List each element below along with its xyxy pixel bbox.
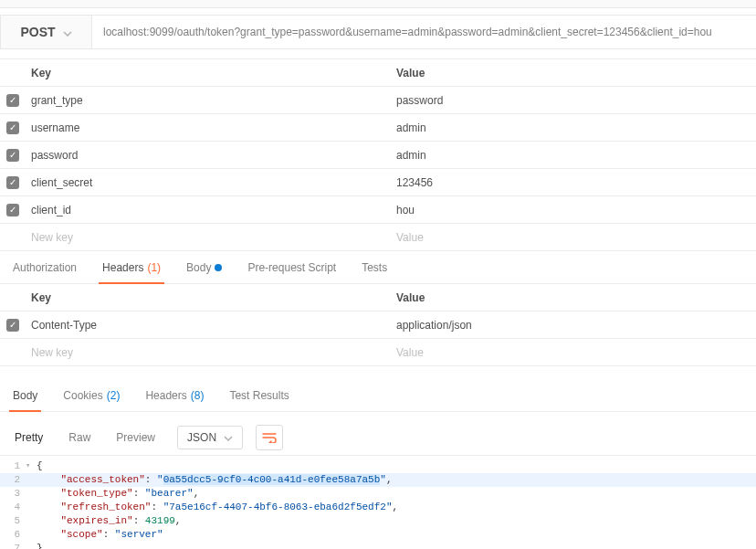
param-value[interactable]: 123456 xyxy=(391,176,756,189)
header-value[interactable]: application/json xyxy=(391,319,756,332)
headers-count: (1) xyxy=(147,261,161,274)
code-text: "token_type": "bearer", xyxy=(37,487,199,501)
wrap-lines-button[interactable] xyxy=(256,425,283,450)
param-row[interactable]: ✓ client_id hou xyxy=(0,196,756,224)
chevron-down-icon xyxy=(63,25,72,39)
request-tabs: Authorization Headers (1) Body Pre-reque… xyxy=(0,251,756,284)
chevron-down-icon xyxy=(224,431,233,444)
headers-table: Key Value ✓ Content-Type application/jso… xyxy=(0,284,756,366)
line-number: 1 xyxy=(0,459,26,473)
param-key[interactable]: client_secret xyxy=(26,176,391,189)
wrap-icon xyxy=(262,432,277,443)
response-body-code[interactable]: 1▾{ 2 "access_token": "0a55dcc5-9cf0-4c0… xyxy=(0,456,756,549)
param-value[interactable]: admin xyxy=(391,149,756,162)
params-table: Key Value ✓ grant_type password ✓ userna… xyxy=(0,58,756,251)
tab-resp-cookies[interactable]: Cookies (2) xyxy=(50,379,132,412)
param-key[interactable]: client_id xyxy=(26,204,391,216)
param-row[interactable]: ✓ password admin xyxy=(0,142,756,169)
line-number: 6 xyxy=(0,528,26,542)
code-text: "scope": "server" xyxy=(37,528,163,542)
response-toolbar: Pretty Raw Preview JSON xyxy=(0,419,756,456)
header-key[interactable]: Content-Type xyxy=(26,319,391,332)
line-number: 4 xyxy=(0,501,26,514)
code-text: "refresh_token": "7a5e16cf-4407-4bf6-806… xyxy=(37,501,398,514)
checkbox-icon[interactable]: ✓ xyxy=(6,204,19,216)
http-method-label: POST xyxy=(20,25,55,39)
view-preview-button[interactable]: Preview xyxy=(105,426,166,449)
param-key[interactable]: password xyxy=(26,149,391,162)
access-token-value: 0a55dcc5-9cf0-4c00-a41d-e0fee58a7a5b xyxy=(163,474,381,485)
param-key[interactable]: grant_type xyxy=(26,94,391,107)
line-number: 3 xyxy=(0,487,26,501)
tab-prerequest[interactable]: Pre-request Script xyxy=(235,251,349,284)
line-number: 5 xyxy=(0,514,26,528)
tab-resp-body[interactable]: Body xyxy=(0,379,50,412)
code-text: { xyxy=(37,459,43,473)
response-type-select[interactable]: JSON xyxy=(177,426,243,449)
param-value[interactable]: hou xyxy=(391,204,756,216)
url-input[interactable]: localhost:9099/oauth/token?grant_type=pa… xyxy=(92,16,756,48)
checkbox-icon[interactable]: ✓ xyxy=(6,176,19,189)
header-value-placeholder[interactable]: Value xyxy=(391,346,756,359)
param-value[interactable]: admin xyxy=(391,121,756,134)
view-raw-button[interactable]: Raw xyxy=(58,426,101,449)
http-method-select[interactable]: POST xyxy=(1,16,92,48)
tab-tests[interactable]: Tests xyxy=(349,251,400,284)
tab-resp-headers[interactable]: Headers (8) xyxy=(132,379,216,412)
top-toolbar xyxy=(0,0,756,8)
tab-authorization[interactable]: Authorization xyxy=(0,251,89,284)
code-text: "expires_in": 43199, xyxy=(37,514,181,528)
column-header-key: Key xyxy=(26,67,391,79)
cookies-count: (2) xyxy=(107,389,121,402)
request-url-row: POST localhost:9099/oauth/token?grant_ty… xyxy=(0,15,756,49)
url-text: localhost:9099/oauth/token?grant_type=pa… xyxy=(103,26,712,38)
response-type-label: JSON xyxy=(187,431,216,444)
column-header-value: Value xyxy=(391,67,756,79)
param-row-new[interactable]: New key Value xyxy=(0,224,756,251)
response-tabs: Body Cookies (2) Headers (8) Test Result… xyxy=(0,379,756,412)
param-row[interactable]: ✓ grant_type password xyxy=(0,87,756,114)
code-text: } xyxy=(37,542,43,549)
header-key-placeholder[interactable]: New key xyxy=(26,346,391,359)
param-key-placeholder[interactable]: New key xyxy=(26,231,391,244)
dot-icon xyxy=(215,264,222,271)
checkbox-icon[interactable]: ✓ xyxy=(6,149,19,162)
column-header-value: Value xyxy=(391,291,756,304)
header-row-new[interactable]: New key Value xyxy=(0,339,756,366)
checkbox-icon[interactable]: ✓ xyxy=(6,121,19,134)
param-value[interactable]: password xyxy=(391,94,756,107)
fold-icon[interactable]: ▾ xyxy=(26,459,37,473)
headers-header-row: Key Value xyxy=(0,284,756,311)
param-row[interactable]: ✓ username admin xyxy=(0,114,756,142)
param-value-placeholder[interactable]: Value xyxy=(391,231,756,244)
column-header-key: Key xyxy=(26,291,391,304)
param-key[interactable]: username xyxy=(26,121,391,134)
param-row[interactable]: ✓ client_secret 123456 xyxy=(0,169,756,196)
line-number: 7 xyxy=(0,542,26,549)
resp-headers-count: (8) xyxy=(191,389,205,402)
checkbox-icon[interactable]: ✓ xyxy=(6,319,19,332)
view-pretty-button[interactable]: Pretty xyxy=(4,426,54,449)
code-text: "access_token": "0a55dcc5-9cf0-4c00-a41d… xyxy=(37,473,393,487)
checkbox-icon[interactable]: ✓ xyxy=(6,94,19,107)
header-row[interactable]: ✓ Content-Type application/json xyxy=(0,311,756,339)
tab-resp-tests[interactable]: Test Results xyxy=(216,379,301,412)
line-number: 2 xyxy=(0,473,26,487)
tab-body[interactable]: Body xyxy=(173,251,235,284)
params-header-row: Key Value xyxy=(0,59,756,87)
tab-headers[interactable]: Headers (1) xyxy=(89,251,173,284)
